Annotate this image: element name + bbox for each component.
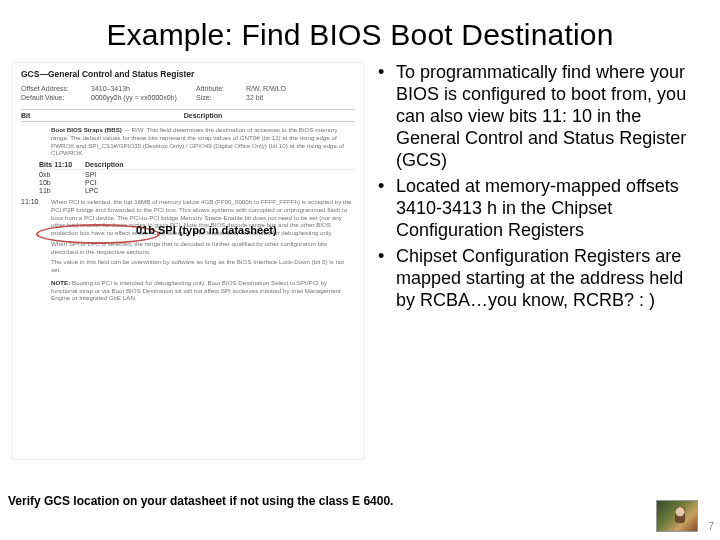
subtable-row-1: 10b PCI bbox=[39, 178, 355, 186]
subtable-row-2: 11b LPC bbox=[39, 186, 355, 194]
slide-title: Example: Find BIOS Boot Destination bbox=[0, 0, 720, 52]
datasheet-row-offset: Offset Address: 3410–3413h Attribute: R/… bbox=[21, 85, 355, 92]
bullet-list: To programmatically find where your BIOS… bbox=[374, 62, 702, 311]
default-value: 0000yy0h (yy = xx0000x0b) bbox=[91, 94, 196, 101]
bullet-2: Located at memory-mapped offsets 3410-34… bbox=[374, 176, 702, 242]
slide: Example: Find BIOS Boot Destination GCS—… bbox=[0, 0, 720, 540]
bullet-1: To programmatically find where your BIOS… bbox=[374, 62, 702, 172]
bbs-rw: — R/W. bbox=[124, 126, 145, 133]
right-column: To programmatically find where your BIOS… bbox=[364, 62, 708, 472]
col-desc: Description bbox=[51, 112, 355, 119]
bbs-note: NOTE: Booting to PCI is intended for deb… bbox=[51, 279, 355, 302]
bbs-text4: The value in this field can be overwritt… bbox=[51, 258, 355, 274]
sub-h1: Bits 11:10 bbox=[39, 161, 85, 168]
bits-empty bbox=[21, 126, 51, 157]
datasheet-field-bbs: Boot BIOS Straps (BBS) — R/W. This field… bbox=[21, 126, 355, 157]
sub-h2: Description bbox=[85, 161, 145, 168]
sub-r1b: PCI bbox=[85, 179, 145, 186]
datasheet-row-default: Default Value: 0000yy0h (yy = xx0000x0b)… bbox=[21, 94, 355, 101]
datasheet-table-header: Bit Description bbox=[21, 109, 355, 122]
bullet-3: Chipset Configuration Registers are mapp… bbox=[374, 246, 702, 312]
sub-r1a: 10b bbox=[39, 179, 85, 186]
sub-r0b: SPI bbox=[85, 171, 145, 178]
size-value: 32 bit bbox=[246, 94, 263, 101]
size-label: Size: bbox=[196, 94, 246, 101]
left-column: GCS—General Control and Status Register … bbox=[12, 62, 364, 472]
page-number: 7 bbox=[708, 520, 714, 532]
note-text: Booting to PCI is intended for debug/tes… bbox=[51, 279, 341, 302]
bbs-title: Boot BIOS Straps (BBS) bbox=[51, 126, 122, 133]
subtable-row-0: 0xb SPI bbox=[39, 170, 355, 178]
note-label: NOTE: bbox=[51, 279, 70, 286]
bbs-body: When PCI is selected, the top 16MB of me… bbox=[51, 198, 355, 302]
photo-thumbnail bbox=[656, 500, 698, 532]
sub-r2b: LPC bbox=[85, 187, 145, 194]
bbs-text3: When SPI or LPC is selected, the range t… bbox=[51, 240, 355, 256]
attr-value: R/W, R/WLO bbox=[246, 85, 286, 92]
sub-r0a: 0xb bbox=[39, 171, 85, 178]
bbs-desc: Boot BIOS Straps (BBS) — R/W. This field… bbox=[51, 126, 355, 157]
offset-label: Offset Address: bbox=[21, 85, 91, 92]
default-label: Default Value: bbox=[21, 94, 91, 101]
col-bit: Bit bbox=[21, 112, 51, 119]
content-area: GCS—General Control and Status Register … bbox=[0, 52, 720, 472]
attr-label: Attribute: bbox=[196, 85, 246, 92]
datasheet-field-11-10: 11:10 When PCI is selected, the top 16MB… bbox=[21, 198, 355, 302]
subtable-header: Bits 11:10 Description bbox=[39, 161, 355, 170]
callout-text: 01b SPI (typo in datasheet) bbox=[136, 224, 277, 236]
sub-r2a: 11b bbox=[39, 187, 85, 194]
bits-11-10: 11:10 bbox=[21, 198, 51, 302]
offset-value: 3410–3413h bbox=[91, 85, 196, 92]
datasheet-heading: GCS—General Control and Status Register bbox=[21, 69, 355, 79]
datasheet-excerpt: GCS—General Control and Status Register … bbox=[12, 62, 364, 460]
bits-subtable: Bits 11:10 Description 0xb SPI 10b PCI 1… bbox=[39, 161, 355, 194]
footnote: Verify GCS location on your datasheet if… bbox=[8, 494, 393, 508]
